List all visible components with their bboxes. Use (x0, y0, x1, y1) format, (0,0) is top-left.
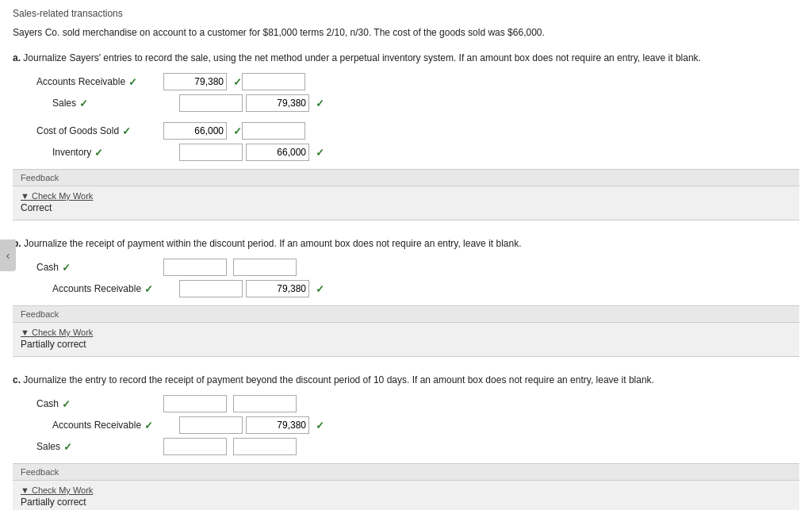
account-label-cash-c: Cash (36, 398, 59, 409)
credit-ar-c[interactable] (246, 416, 309, 434)
check-cash-c: ✓ (62, 398, 71, 410)
check-my-work-bar-a: ▼ Check My Work Correct (13, 186, 799, 220)
section-a-entries: Accounts Receivable ✓ ✓ Sales ✓ ✓ Cost o… (36, 73, 799, 161)
debit-cash-c[interactable] (163, 395, 227, 412)
section-c-label: c. Journalize the entry to record the re… (13, 373, 799, 387)
debit-inventory[interactable] (179, 144, 243, 161)
credit-inventory[interactable] (246, 144, 309, 161)
credit-ar-b[interactable] (246, 280, 309, 297)
check-cash-b: ✓ (62, 262, 71, 274)
check-sales-a: ✓ (79, 98, 88, 109)
account-name-cogs: Cost of Goods Sold ✓ (36, 125, 163, 137)
account-name-ar-b: Accounts Receivable ✓ (52, 283, 179, 295)
section-b: b. Journalize the receipt of payment wit… (13, 236, 799, 357)
section-b-label: b. Journalize the receipt of payment wit… (13, 236, 799, 251)
check-ar-b: ✓ (144, 283, 153, 295)
result-a: Correct (21, 201, 791, 215)
sales-c-inputs (163, 438, 300, 455)
result-b: Partially correct (21, 337, 791, 351)
entry-row-cogs: Cost of Goods Sold ✓ ✓ (36, 122, 799, 140)
check-cogs: ✓ (122, 125, 131, 137)
check-my-work-label-b[interactable]: ▼ Check My Work (21, 328, 791, 337)
check-credit-sales-a: ✓ (316, 98, 324, 109)
account-label-sales-c: Sales (36, 441, 60, 452)
page-title: Sales-related transactions (13, 8, 799, 19)
check-my-work-label-c[interactable]: ▼ Check My Work (21, 485, 791, 495)
account-label-ar-b: Accounts Receivable (52, 283, 141, 294)
debit-sales-a[interactable] (179, 94, 243, 112)
entry-row-inventory: Inventory ✓ ✓ (52, 144, 799, 161)
account-name-cash-b: Cash ✓ (36, 262, 163, 274)
feedback-bar-a: Feedback (13, 169, 799, 186)
credit-cogs[interactable] (242, 122, 305, 140)
cash-c-inputs (163, 395, 300, 412)
credit-cash-b[interactable] (233, 259, 297, 276)
account-name-sales-a: Sales ✓ (52, 98, 179, 109)
check-credit-ar-c: ✓ (316, 420, 324, 431)
feedback-bar-c: Feedback (13, 463, 799, 481)
left-arrow[interactable]: ‹ (0, 240, 16, 271)
debit-cogs[interactable] (163, 122, 227, 140)
credit-sales-c[interactable] (233, 438, 297, 455)
check-credit-ar-b: ✓ (316, 283, 324, 295)
account-name-inventory: Inventory ✓ (52, 147, 179, 159)
entry-row-sales-a: Sales ✓ ✓ (52, 94, 799, 112)
section-a-label: a. Journalize Sayers' entries to record … (13, 51, 799, 65)
check-my-work-label-a[interactable]: ▼ Check My Work (21, 191, 791, 201)
debit-ar-c[interactable] (179, 416, 243, 434)
entry-row-ar-c: Accounts Receivable ✓ ✓ (52, 416, 799, 434)
section-a: a. Journalize Sayers' entries to record … (13, 51, 799, 220)
account-name-ar: Accounts Receivable ✓ (36, 76, 163, 88)
intro-text: Sayers Co. sold merchandise on account t… (13, 25, 799, 40)
result-c: Partially correct (21, 495, 791, 509)
section-c: c. Journalize the entry to record the re… (13, 373, 799, 510)
check-sales-c: ✓ (63, 441, 72, 453)
account-name-sales-c: Sales ✓ (36, 441, 163, 453)
account-name-ar-c: Accounts Receivable ✓ (52, 420, 179, 431)
check-inventory: ✓ (94, 147, 103, 159)
check-credit-inventory: ✓ (316, 147, 324, 159)
check-my-work-bar-c: ▼ Check My Work Partially correct (13, 481, 799, 510)
check-ar: ✓ (128, 76, 137, 88)
feedback-bar-b: Feedback (13, 305, 799, 323)
credit-cash-c[interactable] (233, 395, 297, 412)
check-ar-c: ✓ (144, 420, 153, 431)
entry-row-ar-b: Accounts Receivable ✓ ✓ (52, 280, 799, 297)
account-name-cash-c: Cash ✓ (36, 398, 163, 410)
credit-ar[interactable] (242, 73, 305, 90)
debit-ar-b[interactable] (179, 280, 243, 297)
section-b-entries: Cash ✓ Accounts Receivable ✓ ✓ (36, 259, 799, 297)
check-debit-ar: ✓ (233, 76, 242, 88)
account-label-ar: Accounts Receivable (36, 76, 125, 87)
account-label-cogs: Cost of Goods Sold (36, 125, 119, 136)
entry-row-cash-b: Cash ✓ (36, 259, 799, 276)
entry-row-sales-c: Sales ✓ (36, 438, 799, 455)
credit-sales-a[interactable] (246, 94, 309, 112)
debit-sales-c[interactable] (163, 438, 227, 455)
check-debit-cogs: ✓ (233, 125, 242, 137)
section-c-entries: Cash ✓ Accounts Receivable ✓ ✓ Sales ✓ (36, 395, 799, 455)
cash-b-inputs (163, 259, 300, 276)
entry-row-cash-c: Cash ✓ (36, 395, 799, 412)
entry-row-ar: Accounts Receivable ✓ ✓ (36, 73, 799, 90)
debit-ar[interactable] (163, 73, 227, 90)
account-label-ar-c: Accounts Receivable (52, 420, 141, 431)
account-label-sales-a: Sales (52, 98, 76, 109)
account-label-cash-b: Cash (36, 262, 59, 273)
debit-cash-b[interactable] (163, 259, 227, 276)
check-my-work-bar-b: ▼ Check My Work Partially correct (13, 323, 799, 357)
account-label-inventory: Inventory (52, 147, 91, 158)
